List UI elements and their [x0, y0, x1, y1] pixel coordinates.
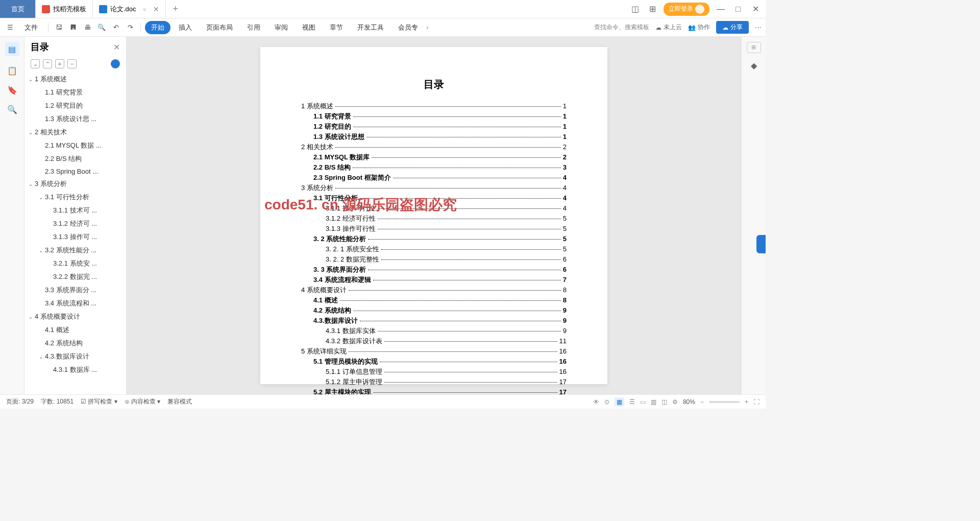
outline-item[interactable]: ⌄3.1 可行性分析 — [24, 191, 126, 204]
toc-entry[interactable]: 3.1.1 技术可行性4 — [301, 204, 567, 213]
menu-overflow-icon[interactable]: ⋯ — [755, 23, 762, 31]
side-tab-button[interactable] — [756, 235, 766, 253]
menu-view[interactable]: 视图 — [296, 21, 322, 34]
layout-icon[interactable]: ◫ — [629, 4, 641, 14]
outline-item[interactable]: 3.1.2 经济可 ... — [24, 217, 126, 230]
outline-item[interactable]: 2.3 Spring Boot ... — [24, 165, 126, 177]
outline-item[interactable]: ⌄4 系统概要设计 — [24, 310, 126, 323]
cloud-status[interactable]: ☁ 未上云 — [655, 23, 682, 32]
hamburger-icon[interactable]: ☰ — [4, 21, 16, 34]
outline-item[interactable]: ⌄3 系统分析 — [24, 177, 126, 191]
save-icon[interactable]: 🖫 — [53, 21, 65, 34]
zoom-in-icon[interactable]: + — [745, 398, 748, 406]
outline-item[interactable]: ⌄2 相关技术 — [24, 126, 126, 139]
zoom-slider[interactable] — [709, 401, 740, 403]
toc-entry[interactable]: 3.1.2 经济可行性5 — [301, 214, 567, 223]
zoom-out-icon[interactable]: − — [700, 398, 704, 406]
tab-home[interactable]: 首页 — [0, 0, 36, 18]
toc-entry[interactable]: 2.1 MYSQL 数据库2 — [301, 153, 567, 162]
menu-insert[interactable]: 插入 — [173, 21, 198, 34]
tab-add-button[interactable]: + — [166, 0, 186, 18]
redo-icon[interactable]: ↷ — [124, 21, 136, 34]
outline-item[interactable]: 4.3.1 数据库 ... — [24, 363, 126, 376]
word-count[interactable]: 字数: 10851 — [41, 397, 74, 406]
toc-entry[interactable]: 1.3 系统设计思想1 — [301, 132, 567, 141]
settings-icon[interactable]: ⚙ — [672, 398, 678, 406]
diamond-rail-icon[interactable]: ◆ — [749, 60, 759, 70]
menu-chapter[interactable]: 章节 — [324, 21, 349, 34]
tab-close-icon[interactable]: ✕ — [153, 5, 159, 13]
outline-close-icon[interactable]: ✕ — [113, 42, 120, 52]
menu-member[interactable]: 会员专 — [392, 21, 424, 34]
tab-templates[interactable]: 找稻壳模板 — [36, 0, 93, 18]
toc-entry[interactable]: 3.1 可行性分析4 — [301, 194, 567, 203]
outline-item[interactable]: 4.2 系统结构 — [24, 337, 126, 350]
collab-button[interactable]: 👥 协作 — [688, 23, 710, 32]
save-as-icon[interactable]: 🖪 — [67, 21, 79, 34]
sync-badge-icon[interactable] — [111, 59, 120, 68]
menu-start[interactable]: 开始 — [145, 21, 170, 34]
outline-item[interactable]: 2.1 MYSQL 数据 ... — [24, 139, 126, 152]
toc-entry[interactable]: 5.1 管理员模块的实现16 — [301, 357, 567, 366]
split-view-icon[interactable]: ◫ — [662, 398, 667, 406]
outline-item[interactable]: 3.2.2 数据完 ... — [24, 270, 126, 283]
close-button[interactable]: ✕ — [749, 4, 762, 14]
minimize-button[interactable]: — — [715, 5, 727, 14]
outline-item[interactable]: 3.3 系统界面分 ... — [24, 283, 126, 297]
print-icon[interactable]: 🖶 — [81, 21, 93, 34]
outline-rail-icon[interactable]: ▤ — [5, 42, 19, 56]
undo-icon[interactable]: ↶ — [110, 21, 122, 34]
toc-entry[interactable]: 5.2 屋主模块的实现17 — [301, 388, 567, 394]
page-indicator[interactable]: 页面: 3/29 — [6, 397, 34, 406]
fullscreen-icon[interactable]: ⛶ — [753, 398, 760, 406]
toc-entry[interactable]: 4.3.1 数据库实体9 — [301, 326, 567, 336]
toc-entry[interactable]: 3.1.3 操作可行性5 — [301, 224, 567, 233]
login-button[interactable]: 立即登录 — [664, 3, 709, 16]
outline-item[interactable]: 3.1.3 操作可 ... — [24, 230, 126, 244]
clipboard-rail-icon[interactable]: 📋 — [7, 65, 17, 76]
add-icon[interactable]: + — [55, 59, 64, 68]
toc-entry[interactable]: 4 系统概要设计8 — [301, 286, 567, 295]
menu-file[interactable]: 文件 — [18, 21, 44, 34]
menu-review[interactable]: 审阅 — [268, 21, 294, 34]
outline-view-icon[interactable]: ☰ — [629, 398, 635, 406]
share-button[interactable]: ☁ 分享 — [716, 21, 749, 34]
collapse-all-icon[interactable]: ⌄ — [31, 59, 40, 68]
toc-entry[interactable]: 4.1 概述8 — [301, 296, 567, 305]
toc-entry[interactable]: 3.4 系统流程和逻辑7 — [301, 275, 567, 285]
focus-icon[interactable]: ⊙ — [604, 398, 609, 406]
zoom-level[interactable]: 80% — [683, 398, 695, 406]
menu-dev[interactable]: 开发工具 — [351, 21, 390, 34]
apps-icon[interactable]: ⊞ — [646, 4, 658, 14]
toc-entry[interactable]: 3. 2 系统性能分析5 — [301, 234, 567, 244]
outline-item[interactable]: 1.3 系统设计思 ... — [24, 112, 126, 126]
search-rail-icon[interactable]: 🔍 — [7, 104, 17, 114]
toc-entry[interactable]: 2.3 Spring Boot 框架简介4 — [301, 173, 567, 182]
toc-entry[interactable]: 1.1 研究背景1 — [301, 112, 567, 121]
toc-entry[interactable]: 5.1.2 屋主申诉管理17 — [301, 377, 567, 387]
toc-entry[interactable]: 3 系统分析4 — [301, 183, 567, 193]
toc-entry[interactable]: 5 系统详细实现16 — [301, 347, 567, 356]
tab-document[interactable]: 论文.doc ▫ ✕ — [93, 0, 166, 18]
toc-entry[interactable]: 3. 2. 1 系统安全性5 — [301, 245, 567, 254]
toc-entry[interactable]: 3. 2. 2 数据完整性6 — [301, 255, 567, 264]
toc-entry[interactable]: 4.2 系统结构9 — [301, 306, 567, 315]
outline-tree[interactable]: ⌄1 系统概述1.1 研究背景1.2 研究目的1.3 系统设计思 ...⌄2 相… — [24, 73, 126, 394]
outline-item[interactable]: ⌄3.2 系统性能分 ... — [24, 244, 126, 257]
outline-item[interactable]: 1.1 研究背景 — [24, 86, 126, 99]
outline-item[interactable]: 2.2 B/S 结构 — [24, 152, 126, 165]
outline-item[interactable]: ⌄1 系统概述 — [24, 73, 126, 86]
outline-item[interactable]: ⌄4.3.数据库设计 — [24, 350, 126, 363]
eye-icon[interactable]: 👁 — [593, 398, 599, 406]
search-input[interactable]: 查找命令、搜索模板 — [594, 23, 649, 32]
toc-entry[interactable]: 4.3.2 数据库设计表11 — [301, 337, 567, 346]
outline-item[interactable]: 3.4 系统流程和 ... — [24, 297, 126, 310]
outline-item[interactable]: 3.2.1 系统安 ... — [24, 257, 126, 270]
menu-more-icon[interactable]: › — [426, 23, 428, 31]
preview-icon[interactable]: 🔍 — [95, 21, 108, 34]
toc-entry[interactable]: 1 系统概述1 — [301, 102, 567, 111]
outline-item[interactable]: 4.1 概述 — [24, 323, 126, 337]
remove-icon[interactable]: − — [67, 59, 77, 68]
tab-window-icon[interactable]: ▫ — [143, 5, 146, 13]
content-check-button[interactable]: ⊙ 内容检查 ▾ — [125, 397, 161, 406]
